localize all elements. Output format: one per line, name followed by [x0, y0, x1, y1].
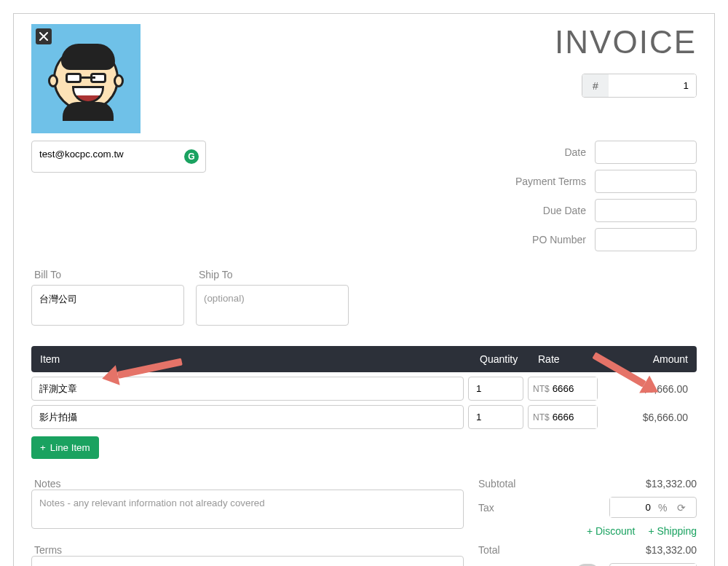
logo-area [31, 24, 141, 133]
date-label: Date [564, 146, 586, 158]
due-date-input[interactable] [595, 199, 697, 222]
hash-icon: # [582, 74, 609, 97]
item-rate-wrap: NT$ [528, 405, 598, 429]
amount-paid-box: NT$ [609, 563, 697, 566]
bill-to-input[interactable]: 台灣公司 [31, 285, 184, 326]
tax-label: Tax [478, 502, 494, 514]
date-input[interactable] [595, 141, 697, 164]
add-line-label: Line Item [50, 442, 90, 453]
invoice-number-group: # [582, 74, 697, 98]
item-rate-wrap: NT$ [528, 377, 598, 401]
due-date-label: Due Date [543, 205, 586, 216]
add-line-button[interactable]: + Line Item [31, 436, 99, 459]
item-name-input[interactable] [31, 405, 464, 429]
items-header: Item Quantity Rate Amount [31, 346, 697, 372]
tax-input[interactable] [610, 498, 654, 517]
col-amount: Amount [602, 346, 697, 372]
plus-icon: + [40, 442, 46, 453]
close-icon [39, 32, 48, 41]
item-qty-input[interactable] [468, 405, 523, 429]
item-amount: $6,666.00 [602, 383, 697, 395]
item-rate-input[interactable] [553, 406, 597, 428]
avatar-face [53, 46, 119, 111]
payment-terms-input[interactable] [595, 170, 697, 193]
item-qty-input[interactable] [468, 377, 523, 401]
invoice-page: INVOICE # test@kocpc.com.tw G Date Payme… [13, 13, 715, 566]
po-number-label: PO Number [532, 234, 586, 245]
col-qty: Quantity [471, 346, 529, 372]
col-rate: Rate [529, 346, 602, 372]
item-name-input[interactable] [31, 377, 464, 401]
line-item: NT$ $6,666.00 [31, 377, 697, 401]
terms-label: Terms [34, 544, 464, 556]
percent-icon: % [654, 502, 671, 514]
bill-to-label: Bill To [34, 269, 184, 280]
po-number-input[interactable] [595, 228, 697, 251]
from-field[interactable]: test@kocpc.com.tw [31, 141, 206, 173]
currency-prefix: NT$ [529, 412, 553, 422]
add-discount-button[interactable]: + Discount [587, 525, 636, 537]
terms-input[interactable] [31, 556, 464, 566]
total-label: Total [478, 544, 500, 556]
subtotal-value: $13,332.00 [646, 478, 697, 490]
notes-input[interactable] [31, 490, 464, 529]
col-item: Item [31, 346, 471, 372]
ship-to-input[interactable] [196, 285, 349, 326]
subtotal-label: Subtotal [478, 478, 515, 490]
item-rate-input[interactable] [553, 377, 597, 400]
item-amount: $6,666.00 [602, 412, 697, 423]
remove-logo-button[interactable] [36, 28, 52, 44]
invoice-number-input[interactable] [609, 74, 696, 97]
currency-prefix: NT$ [529, 384, 553, 394]
tax-cycle-icon[interactable]: ⟳ [671, 502, 692, 514]
notes-label: Notes [34, 478, 464, 490]
total-value: $13,332.00 [646, 544, 697, 556]
invoice-title: INVOICE [555, 24, 697, 60]
add-shipping-button[interactable]: + Shipping [648, 525, 697, 537]
grammarly-icon[interactable]: G [184, 149, 199, 164]
line-item: NT$ $6,666.00 [31, 405, 697, 429]
payment-terms-label: Payment Terms [515, 176, 586, 187]
tax-box: % ⟳ [609, 497, 697, 518]
ship-to-label: Ship To [199, 269, 349, 280]
